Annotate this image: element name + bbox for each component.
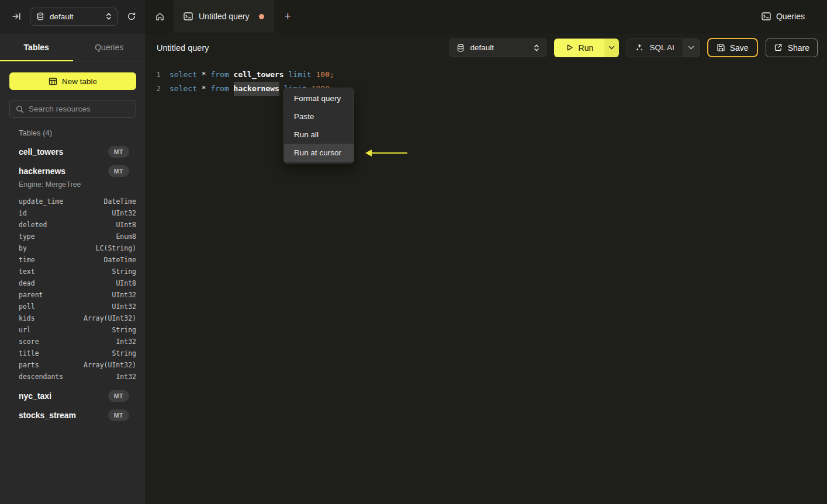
sql-ai-button[interactable]: SQL AI: [627, 39, 682, 57]
toolbar: default Run: [449, 38, 818, 57]
terminal-icon: [184, 12, 193, 20]
table-row-hackernews[interactable]: hackernews MT: [19, 161, 129, 180]
tables-section-label: Tables (4): [19, 128, 136, 137]
active-tab-underline: [0, 60, 73, 61]
column-type: UInt32: [112, 209, 136, 217]
code-token: select: [169, 68, 197, 82]
context-menu: Format queryPasteRun allRun at cursor: [283, 88, 354, 164]
topbar-database-value: default: [50, 12, 74, 21]
share-label: Share: [788, 43, 809, 53]
code-token: from: [210, 82, 229, 96]
home-button[interactable]: [146, 0, 174, 33]
topbar-database-selector[interactable]: default: [30, 8, 118, 26]
table-row-cell-towers[interactable]: cell_towers MT: [19, 142, 129, 161]
column-row: descendantsInt32: [19, 371, 136, 383]
sidebar-tab-tables[interactable]: Tables: [0, 33, 73, 61]
column-name: url: [19, 326, 31, 334]
database-icon: [36, 12, 44, 20]
search-icon: [16, 105, 24, 113]
engine-badge: MT: [108, 146, 129, 158]
terminal-icon: [762, 12, 771, 20]
query-header: Untitled query default: [146, 33, 827, 62]
column-row: titleString: [19, 347, 136, 359]
table-name: stocks_stream: [19, 411, 76, 420]
queries-label: Queries: [776, 12, 805, 21]
menu-item-run-all[interactable]: Run all: [284, 126, 354, 144]
column-row: deletedUInt8: [19, 219, 136, 231]
sql-ai-options-button[interactable]: [683, 39, 699, 57]
table-row-nyc-taxi[interactable]: nyc_taxi MT: [19, 386, 129, 405]
column-row: textString: [19, 266, 136, 277]
sql-ai-label: SQL AI: [649, 43, 674, 52]
tab-untitled-query[interactable]: Untitled query: [174, 0, 274, 33]
code-token: select: [169, 82, 197, 96]
column-row: pollUInt32: [19, 301, 136, 312]
refresh-icon[interactable]: [127, 12, 136, 21]
play-icon: [566, 44, 573, 51]
collapse-sidebar-icon[interactable]: [12, 12, 21, 21]
column-type: String: [112, 349, 136, 357]
column-name: parts: [19, 361, 39, 369]
column-row: update_timeDateTime: [19, 196, 136, 207]
column-type: UInt32: [112, 291, 136, 299]
code-token: *: [197, 68, 210, 82]
tab-label: Untitled query: [199, 12, 249, 21]
hackernews-columns: update_timeDateTimeidUInt32deletedUInt8t…: [19, 196, 136, 383]
sidebar-tab-queries[interactable]: Queries: [73, 33, 146, 61]
menu-item-format-query[interactable]: Format query: [284, 89, 354, 107]
sidebar: Tables Queries New table Tables (4) cell…: [0, 33, 146, 504]
table-row-stocks-stream[interactable]: stocks_stream MT: [19, 405, 129, 425]
sidebar-content: New table Tables (4) cell_towers MT hack…: [0, 61, 146, 425]
new-table-button[interactable]: New table: [9, 72, 136, 90]
code-token: from: [210, 68, 229, 82]
engine-badge: MT: [108, 409, 129, 421]
engine-badge: MT: [108, 390, 129, 402]
unsaved-dot: [259, 14, 264, 19]
column-name: update_time: [19, 197, 63, 206]
engine-label: Engine: MergeTree: [19, 180, 136, 191]
editor-line[interactable]: 2select * from hackernews limit 1000: [146, 82, 827, 96]
save-button[interactable]: Save: [707, 38, 758, 57]
toolbar-database-selector[interactable]: default: [449, 39, 546, 57]
sparkles-icon: [635, 43, 644, 52]
search-input[interactable]: [29, 105, 132, 113]
editor-lines: 1select * from cell_towers limit 100;2se…: [146, 68, 827, 96]
arrow-shaft: [372, 152, 407, 154]
column-row: timeDateTime: [19, 254, 136, 266]
code-token: [312, 68, 316, 82]
table-name: cell_towers: [19, 147, 63, 157]
column-name: deleted: [19, 221, 47, 229]
search-box: [9, 100, 136, 118]
run-button[interactable]: Run: [554, 39, 604, 57]
column-type: Int32: [116, 373, 136, 381]
column-row: parentUInt32: [19, 289, 136, 301]
menu-item-run-at-cursor[interactable]: Run at cursor: [284, 144, 354, 162]
column-type: UInt32: [112, 303, 136, 311]
save-icon: [717, 43, 725, 52]
sql-editor[interactable]: 1select * from cell_towers limit 100;2se…: [146, 62, 827, 96]
column-type: Array(UInt32): [84, 361, 136, 369]
tab-strip: Untitled query + Queries: [146, 0, 827, 33]
column-type: Int32: [116, 338, 136, 346]
sql-ai-split-button: SQL AI: [627, 39, 699, 57]
column-type: Enum8: [116, 232, 136, 241]
table-name: hackernews: [19, 166, 65, 176]
queries-button[interactable]: Queries: [762, 0, 827, 33]
save-label: Save: [730, 43, 749, 53]
arrow-head-icon: [365, 150, 372, 157]
code-token: [284, 68, 289, 82]
chevron-down-icon: [688, 46, 694, 50]
menu-item-paste[interactable]: Paste: [284, 107, 354, 126]
table-name: nyc_taxi: [19, 391, 51, 401]
column-name: text: [19, 267, 35, 276]
editor-line[interactable]: 1select * from cell_towers limit 100;: [146, 68, 827, 82]
column-type: UInt8: [116, 221, 136, 229]
new-tab-button[interactable]: +: [274, 0, 301, 33]
run-options-button[interactable]: [604, 39, 619, 57]
column-type: String: [112, 267, 136, 276]
share-button[interactable]: Share: [766, 39, 818, 57]
sidebar-tabs: Tables Queries: [0, 33, 146, 61]
run-label: Run: [579, 43, 594, 53]
column-name: id: [19, 209, 27, 217]
column-name: score: [19, 338, 39, 346]
